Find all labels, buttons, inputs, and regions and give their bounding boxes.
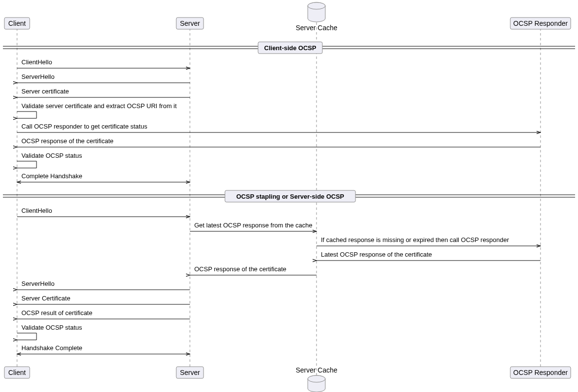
label-server-bottom: Server [180,369,200,376]
participant-responder-bottom: OCSP Responder [510,367,571,378]
msg-complete-handshake-1: Complete Handshake [17,172,190,182]
svg-text:ServerHello: ServerHello [21,73,55,80]
msg-validate-cert-extract-uri: Validate server certificate and extract … [17,102,177,118]
sequence-diagram: Client Server Server Cache OCSP Responde… [0,0,578,392]
msg-if-cached-missing: If cached response is missing or expired… [317,236,541,246]
label-client-bottom: Client [8,369,26,376]
svg-text:ClientHello: ClientHello [21,58,52,66]
svg-text:Validate server certificate an: Validate server certificate and extract … [21,102,177,110]
msg-clienthello-2: ClientHello [17,207,190,217]
svg-text:Server Certificate: Server Certificate [21,295,70,302]
svg-text:OCSP response of the certifica: OCSP response of the certificate [21,137,113,145]
svg-text:Get latest OCSP response from : Get latest OCSP response from the cache [194,222,313,229]
participant-server-top: Server [176,18,204,29]
msg-ocsp-result: OCSP result of certificate [17,309,190,319]
participant-cache-top: Server Cache [296,2,337,32]
participant-cache-bottom: Server Cache [296,366,337,392]
msg-clienthello-1: ClientHello [17,58,190,68]
svg-text:OCSP response of the certifica: OCSP response of the certificate [194,265,286,273]
divider-2-label: OCSP stapling or Server-side OCSP [236,193,344,200]
msg-ocsp-response-from-cache: OCSP response of the certificate [190,265,317,275]
svg-point-7 [308,2,325,9]
svg-text:Handshake Complete: Handshake Complete [21,344,82,352]
label-responder-bottom: OCSP Responder [513,369,568,376]
msg-validate-ocsp-status-1: Validate OCSP status [17,152,82,168]
msg-ocsp-response-1: OCSP response of the certificate [17,137,541,147]
divider-1-label: Client-side OCSP [264,44,317,52]
svg-text:Complete Handshake: Complete Handshake [21,172,82,180]
participant-client-bottom: Client [4,367,30,378]
svg-text:If cached response is missing : If cached response is missing or expired… [321,236,509,243]
label-server-top: Server [180,19,200,27]
msg-server-certificate-2: Server Certificate [17,295,190,304]
svg-text:ServerHello: ServerHello [21,280,55,287]
msg-serverhello-1: ServerHello [17,73,190,83]
label-cache-top: Server Cache [296,24,337,32]
svg-point-51 [308,375,325,382]
label-client-top: Client [8,19,26,27]
msg-get-latest-from-cache: Get latest OCSP response from the cache [190,222,317,231]
msg-validate-ocsp-status-2: Validate OCSP status [17,324,82,340]
divider-client-side-ocsp: Client-side OCSP [3,42,575,54]
msg-call-ocsp-responder: Call OCSP responder to get certificate s… [17,123,541,132]
svg-text:Call OCSP responder to get cer: Call OCSP responder to get certificate s… [21,123,148,130]
participant-server-bottom: Server [176,367,204,378]
msg-handshake-complete-2: Handshake Complete [17,344,190,354]
msg-serverhello-2: ServerHello [17,280,190,290]
divider-ocsp-stapling: OCSP stapling or Server-side OCSP [3,190,575,202]
svg-text:Server certificate: Server certificate [21,88,69,95]
label-responder-top: OCSP Responder [513,19,568,27]
msg-latest-ocsp-response: Latest OCSP response of the certificate [317,251,541,261]
svg-text:OCSP result of certificate: OCSP result of certificate [21,309,93,317]
label-cache-bottom: Server Cache [296,366,337,374]
svg-text:Validate OCSP status: Validate OCSP status [21,324,82,331]
msg-server-certificate-1: Server certificate [17,88,190,97]
participant-client-top: Client [4,18,30,29]
svg-text:ClientHello: ClientHello [21,207,52,214]
participant-responder-top: OCSP Responder [510,18,571,29]
svg-text:Latest OCSP response of the ce: Latest OCSP response of the certificate [321,251,432,258]
svg-text:Validate OCSP status: Validate OCSP status [21,152,82,159]
